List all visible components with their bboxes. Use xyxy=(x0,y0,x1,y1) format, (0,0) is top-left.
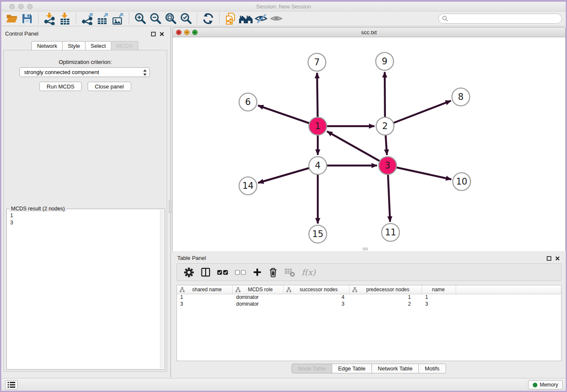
column-header-predecessor-nodes[interactable]: predecessor nodes xyxy=(350,285,422,294)
title-bar: Session: New Session xyxy=(0,2,567,11)
svg-text:8: 8 xyxy=(458,92,463,102)
attribute-tree-icon xyxy=(352,287,358,293)
table-header-row: shared nameMCDS rolesuccessor nodesprede… xyxy=(177,285,561,294)
table-toolbar: f(x) xyxy=(176,263,561,281)
table-body: 1dominator4113dominator323 xyxy=(177,294,561,308)
panel-divider-grip[interactable] xyxy=(169,200,171,213)
open-folder-icon xyxy=(6,14,18,24)
float-panel-icon[interactable] xyxy=(151,30,156,38)
table-cell[interactable]: 3 xyxy=(177,301,233,308)
criterion-dropdown[interactable]: strongly connected component xyxy=(19,67,150,77)
graph-edge-2-8[interactable] xyxy=(385,101,451,126)
svg-text:3: 3 xyxy=(385,160,390,171)
memory-button[interactable]: Memory xyxy=(528,380,563,389)
tab-motifs[interactable]: Motifs xyxy=(418,364,446,373)
tab-edge-table[interactable]: Edge Table xyxy=(332,364,372,373)
graph-node-8[interactable]: 8 xyxy=(452,88,470,106)
memory-label: Memory xyxy=(540,382,558,388)
table-row[interactable]: 1dominator411 xyxy=(177,294,561,301)
zoom-in-button[interactable] xyxy=(132,12,148,25)
zoom-out-icon xyxy=(149,12,162,25)
graph-node-2[interactable]: 2 xyxy=(376,117,394,135)
graph-edge-3-1[interactable] xyxy=(327,131,388,166)
dropdown-stepper-icon xyxy=(143,69,147,77)
graph-edge-3-10[interactable] xyxy=(388,166,451,179)
table-cell[interactable]: 4 xyxy=(284,294,350,301)
column-header-shared-name[interactable]: shared name xyxy=(177,285,233,294)
graph-edge-1-6[interactable] xyxy=(258,105,318,126)
zoom-out-button[interactable] xyxy=(148,12,163,25)
export-network-button[interactable] xyxy=(80,12,95,25)
mcds-result-text[interactable]: 1 3 xyxy=(7,210,160,369)
graph-node-4[interactable]: 4 xyxy=(309,157,327,174)
import-table-button[interactable] xyxy=(57,12,72,25)
table-settings-button[interactable] xyxy=(184,267,194,278)
close-panel-button[interactable]: Close panel xyxy=(88,82,131,91)
network-graph[interactable]: 7968124314101511 xyxy=(173,38,565,251)
table-row[interactable]: 3dominator323 xyxy=(177,301,561,308)
graph-node-9[interactable]: 9 xyxy=(376,52,394,70)
delete-table-button[interactable] xyxy=(284,267,295,277)
graph-node-7[interactable]: 7 xyxy=(308,53,326,71)
graph-node-15[interactable]: 15 xyxy=(309,225,327,243)
control-panel-tabs: NetworkStyleSelectMCDS xyxy=(0,41,170,51)
table-cell[interactable]: 1 xyxy=(350,294,422,301)
toggle-panes-button[interactable] xyxy=(201,267,211,277)
graph-node-11[interactable]: 11 xyxy=(382,224,399,241)
table-cell[interactable]: 1 xyxy=(422,294,456,301)
column-header-name[interactable]: name xyxy=(422,285,456,294)
close-panel-icon[interactable] xyxy=(160,30,164,38)
tab-network[interactable]: Network xyxy=(31,41,63,51)
network-canvas[interactable]: 7968124314101511 xyxy=(173,38,565,251)
tab-style[interactable]: Style xyxy=(62,41,85,51)
save-session-button[interactable] xyxy=(19,12,35,25)
table-cell[interactable]: 1 xyxy=(177,294,233,301)
column-header-successor-nodes[interactable]: successor nodes xyxy=(284,285,350,294)
tab-select[interactable]: Select xyxy=(85,41,111,51)
close-panel-icon[interactable] xyxy=(555,255,560,262)
hide-graphics-details-button[interactable] xyxy=(253,12,269,25)
table-cell[interactable]: 3 xyxy=(284,301,350,308)
select-all-button[interactable] xyxy=(217,270,228,275)
tab-node-table[interactable]: Node Table xyxy=(292,364,332,373)
network-window-titlebar[interactable]: scc.txt xyxy=(173,28,565,37)
result-scrollbar[interactable] xyxy=(160,210,164,368)
zoom-fit-button[interactable] xyxy=(163,12,178,25)
canvas-resize-grip[interactable] xyxy=(363,248,368,250)
import-network-button[interactable] xyxy=(42,12,57,25)
task-history-button[interactable] xyxy=(5,380,18,389)
float-panel-icon[interactable] xyxy=(547,255,551,262)
column-header-MCDS-role[interactable]: MCDS role xyxy=(233,285,284,294)
table-cell[interactable]: 3 xyxy=(422,301,456,308)
deselect-all-button[interactable] xyxy=(235,270,246,275)
graph-node-14[interactable]: 14 xyxy=(239,177,257,195)
tab-network-table[interactable]: Network Table xyxy=(372,364,419,373)
refresh-button[interactable] xyxy=(201,12,216,25)
network-homes-button[interactable] xyxy=(238,12,253,25)
duplicate-network-button[interactable] xyxy=(223,12,238,25)
mcds-tab-content: Optimization criterion: strongly connect… xyxy=(3,50,167,372)
search-input[interactable] xyxy=(450,16,561,22)
toolbar-separator xyxy=(197,13,197,25)
search-field[interactable] xyxy=(438,14,562,24)
export-table-button[interactable] xyxy=(95,12,110,25)
show-graphics-details-button[interactable] xyxy=(269,12,284,25)
table-panel: Table Panel f(x) shared nameMCDS rolesuc… xyxy=(172,252,566,377)
graph-node-1[interactable]: 1 xyxy=(309,117,327,135)
tab-mcds[interactable]: MCDS xyxy=(111,41,138,51)
svg-text:9: 9 xyxy=(382,56,387,66)
graph-node-6[interactable]: 6 xyxy=(239,93,257,111)
table-cell[interactable]: 2 xyxy=(350,301,422,308)
function-builder-button[interactable]: f(x) xyxy=(302,268,316,277)
graph-node-10[interactable]: 10 xyxy=(453,173,471,190)
zoom-selected-button[interactable] xyxy=(178,12,193,25)
export-image-button[interactable] xyxy=(110,12,125,25)
table-cell[interactable]: dominator xyxy=(233,294,284,301)
criterion-value: strongly connected component xyxy=(24,69,99,75)
graph-node-3[interactable]: 3 xyxy=(379,157,396,174)
delete-column-button[interactable] xyxy=(268,267,278,278)
create-column-button[interactable] xyxy=(253,268,262,277)
run-mcds-button[interactable]: Run MCDS xyxy=(39,82,82,91)
open-session-button[interactable] xyxy=(4,12,19,25)
table-cell[interactable]: dominator xyxy=(233,301,284,308)
